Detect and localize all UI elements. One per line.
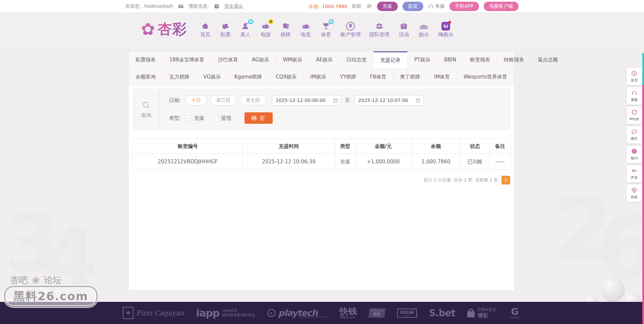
sidebar-item-customer-service[interactable]: 客服: [627, 87, 642, 105]
site-logo[interactable]: ✿ 杏彩: [141, 20, 187, 39]
checkbox-label: 提现: [221, 115, 231, 121]
nav-item-esports[interactable]: 电竞: [296, 20, 316, 38]
nav-item-live-casino[interactable]: N 真人: [235, 20, 256, 38]
nav-item-paofen[interactable]: 跑分: [414, 20, 434, 38]
tab-wesports[interactable]: Wesports世界体育: [457, 68, 514, 85]
sidebar-item-question[interactable]: 疑问: [627, 146, 642, 163]
sidebar-label: IM充值: [629, 117, 639, 121]
cell-balance: 1,000.7860: [411, 154, 460, 170]
nav-label: 棋牌: [281, 32, 291, 38]
nav-item-egames[interactable]: H 电游: [256, 20, 276, 38]
tab-daily-summary[interactable]: 日结总览: [340, 51, 374, 68]
calendar-icon[interactable]: [416, 98, 421, 103]
col-header-amount: 金额/元: [355, 139, 412, 154]
tab-vg-casino[interactable]: VG娱乐: [197, 68, 228, 85]
gamcare-logo: G GAMCARE: [509, 307, 521, 319]
tab-188-sports[interactable]: 188金宝博体育: [163, 51, 211, 68]
checkbox-deposit[interactable]: ✓ 充值: [185, 115, 204, 121]
tab-saba-sports[interactable]: 沙巴体育: [211, 51, 245, 68]
nav-item-lottery[interactable]: 彩票: [215, 20, 235, 38]
main-content-card: 彩票报表 188金宝博体育 沙巴体育 AG娱乐 WM娱乐 AE娱乐 日结总览 充…: [128, 51, 515, 290]
nav-item-team[interactable]: 团队管理: [365, 20, 394, 38]
tab-ae-casino[interactable]: AE娱乐: [309, 51, 340, 68]
gift-icon: [399, 22, 408, 31]
col-header-time: 充提时间: [243, 139, 335, 154]
tab-wali-games[interactable]: 瓦力棋牌: [163, 68, 197, 85]
floating-sidebar: 首页 客服 IM充值 聊天 疑问 声音 挂机: [627, 68, 642, 202]
lock-icon: [467, 311, 475, 317]
sidebar-item-im-recharge[interactable]: IM充值: [627, 107, 642, 124]
tab-wm-casino[interactable]: WM娱乐: [276, 51, 309, 68]
main-nav: 首页 彩票 N 真人 H 电游: [195, 20, 458, 38]
tab-lottery-report[interactable]: 彩票报表: [129, 51, 163, 68]
tab-deposit-withdraw-records[interactable]: 充提记录: [374, 51, 408, 68]
date-from-input[interactable]: [275, 97, 331, 103]
nav-label: 真人: [240, 32, 251, 38]
tab-yy-games[interactable]: YY棋牌: [333, 68, 363, 85]
tab-im-casino[interactable]: IM娱乐: [304, 68, 333, 85]
brand-name: 杏彩: [158, 20, 187, 39]
date-to-input[interactable]: [358, 97, 414, 103]
page-number-button[interactable]: 1: [501, 176, 510, 184]
play-icon: ▶: [267, 309, 275, 317]
col-header-status: 状态: [461, 139, 490, 154]
headset-icon: [631, 90, 638, 96]
sidebar-item-home[interactable]: 首页: [627, 68, 642, 85]
tab-cq9-casino[interactable]: CQ9娱乐: [269, 68, 304, 85]
scrollbar-track[interactable]: [642, 54, 644, 324]
tab-account-change-report[interactable]: 账变报表: [463, 51, 497, 68]
tab-bbin[interactable]: BBIN: [437, 51, 463, 68]
forum-watermark-right: 论坛: [44, 274, 61, 286]
logo-flower-icon: ✿: [141, 21, 155, 38]
preset-last-7-days[interactable]: 近七日: [240, 95, 266, 105]
nav-label: 活动: [399, 32, 409, 38]
nav-item-board-games[interactable]: 棋牌: [276, 20, 296, 38]
calendar-icon[interactable]: [333, 98, 338, 103]
scrollbar-thumb[interactable]: [642, 53, 644, 85]
preset-last-3-days[interactable]: 近三日: [210, 95, 236, 105]
customer-service-link[interactable]: 客服: [428, 3, 445, 9]
tab-rebate-total[interactable]: 返点总额: [531, 51, 565, 68]
logout-link[interactable]: 安全退出: [224, 3, 243, 9]
nav-label: 电游: [261, 32, 271, 38]
col-header-type: 类型: [335, 139, 355, 154]
balance-label: 余额:: [309, 4, 320, 9]
sound-mute-icon: [631, 167, 638, 174]
tab-pt-casino[interactable]: PT娱乐: [408, 51, 437, 68]
sidebar-item-chat[interactable]: 聊天: [627, 126, 642, 144]
recharge-button[interactable]: 充值: [377, 2, 398, 11]
tab-ag-casino[interactable]: AG娱乐: [245, 51, 276, 68]
nav-item-promotions[interactable]: 活动: [394, 20, 414, 38]
table-row: 20251212VBDDJHHHGF 2025-12-12 10:06:39 充…: [133, 154, 511, 170]
checkbox-withdraw[interactable]: ✓ 提现: [212, 115, 231, 121]
nav-item-sports[interactable]: N 体育: [316, 20, 336, 38]
badge-n: N: [329, 19, 334, 24]
refresh-button[interactable]: 刷新: [352, 3, 362, 9]
tab-kgame-games[interactable]: Kgame棋牌: [228, 68, 269, 85]
col-header-balance: 余额: [411, 139, 460, 154]
question-icon: [631, 148, 638, 155]
tab-fb-sports[interactable]: FB体育: [363, 68, 393, 85]
mobile-app-button[interactable]: 手机APP: [449, 2, 479, 11]
tab-im-sports[interactable]: IM体育: [427, 68, 457, 85]
withdraw-button[interactable]: 提现: [402, 2, 423, 11]
nav-item-home[interactable]: 首页: [195, 20, 215, 38]
sidebar-item-idle[interactable]: 挂机: [627, 184, 642, 202]
edit-icon[interactable]: [214, 3, 220, 9]
nav-item-hi-paofen[interactable]: hi 嗨跑分: [434, 20, 458, 38]
query-section[interactable]: 查询: [133, 89, 160, 129]
nav-label: 首页: [200, 32, 210, 38]
tab-odin-games[interactable]: 奥丁棋牌: [393, 68, 427, 85]
eye-off-icon[interactable]: [366, 3, 372, 9]
preset-today[interactable]: 今日: [185, 95, 207, 105]
tab-balance-query[interactable]: 余额查询: [129, 68, 163, 85]
records-table: 账变编号 充提时间 类型 金额/元 余额 状态 备注 20251212VBDDJ…: [133, 139, 511, 170]
nav-item-account[interactable]: ¥ 账户管理: [336, 20, 365, 38]
confirm-button[interactable]: 确 定: [245, 112, 273, 124]
playtech-logo: ▶ playtech SOURCE OF SUCCESS: [267, 308, 327, 318]
sidebar-item-sound[interactable]: 声音: [627, 165, 642, 182]
mail-icon[interactable]: [178, 3, 184, 9]
pc-client-button[interactable]: 电脑客户端: [484, 2, 519, 11]
tab-transfer-report[interactable]: 转账报表: [497, 51, 531, 68]
ticket-icon: [221, 22, 230, 31]
